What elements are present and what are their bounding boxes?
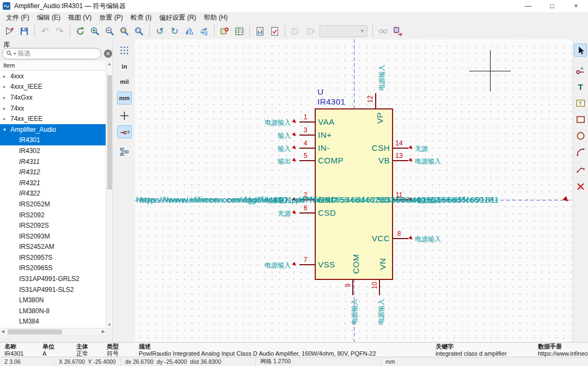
check-symbol-button[interactable]: [267, 24, 282, 38]
symbol-properties-button[interactable]: [217, 24, 232, 38]
collapse-icon[interactable]: ▾: [3, 127, 9, 132]
tree-item-IRS20965S[interactable]: IRS20965S: [0, 263, 106, 274]
scrollbar-thumb[interactable]: [8, 330, 62, 334]
rotate-cw-button[interactable]: ↻: [167, 24, 182, 38]
menu-item-0[interactable]: 文件 (F): [2, 12, 33, 23]
pin-line-3[interactable]: [299, 135, 315, 136]
scroll-up-icon[interactable]: ▲: [106, 62, 113, 66]
pin-name-VN[interactable]: VN: [378, 248, 387, 280]
tree-vertical-scrollbar[interactable]: ▲ ▼: [106, 61, 113, 328]
pin-tool-button[interactable]: A: [574, 64, 587, 77]
menu-item-6[interactable]: 帮助 (H): [200, 12, 231, 23]
menu-item-1[interactable]: 编辑 (E): [33, 12, 64, 23]
datasheet-button[interactable]: [253, 24, 267, 38]
scroll-left-icon[interactable]: ◀: [1, 329, 4, 334]
grid-button[interactable]: [117, 44, 132, 57]
menu-item-3[interactable]: 放置 (P): [95, 12, 126, 23]
pin-line-8[interactable]: [393, 238, 408, 239]
pin-name-COM[interactable]: COM: [351, 248, 360, 280]
pin-line-5[interactable]: [299, 160, 315, 161]
tree-item-IRS2452AM[interactable]: IRS2452AM: [0, 242, 106, 253]
sync-pin-edit-button[interactable]: [376, 24, 390, 38]
undo-button[interactable]: ↶: [38, 24, 52, 38]
expand-icon[interactable]: ▸: [3, 95, 9, 100]
zoom-out-button[interactable]: [102, 24, 117, 38]
expand-icon[interactable]: ▸: [3, 106, 9, 111]
schematic-canvas[interactable]: UIR43011VAA▶电源输入3IN+▶输入4IN-▶输入5COMP▶输出2G…: [135, 39, 573, 342]
save-button[interactable]: [17, 24, 32, 38]
pin-line-6[interactable]: [299, 212, 315, 213]
unit-mm-button[interactable]: mm: [117, 91, 132, 105]
zoom-selection-button[interactable]: [132, 24, 146, 38]
value-field[interactable]: IR4301: [317, 97, 345, 106]
search-options-arrow-icon[interactable]: ▾: [14, 51, 16, 56]
cursor-shape-button[interactable]: [117, 109, 132, 122]
refresh-button[interactable]: [73, 24, 88, 38]
tree-item-IRS2093M[interactable]: IRS2093M: [0, 231, 106, 242]
tree-item-74xx_IEEE[interactable]: ▸74xx_IEEE: [0, 113, 106, 124]
zoom-fit-button[interactable]: [117, 24, 132, 38]
menu-item-2[interactable]: 视图 (V): [64, 12, 95, 23]
select-tool-button[interactable]: [574, 44, 587, 57]
add-symbol-to-schematic-button[interactable]: [390, 24, 405, 38]
tree-item-IRS2092S[interactable]: IRS2092S: [0, 220, 106, 231]
tree-item-IR4302[interactable]: IR4302: [0, 145, 106, 156]
tree-item-IRS2052M[interactable]: IRS2052M: [0, 199, 106, 210]
new-symbol-button[interactable]: [2, 24, 17, 38]
pin-name-CSH[interactable]: CSH: [335, 143, 390, 152]
scroll-right-icon[interactable]: ▶: [102, 329, 105, 334]
pin-name-IN-[interactable]: IN-: [318, 143, 330, 152]
reference-field[interactable]: U: [317, 87, 323, 96]
tree-item-IR4321[interactable]: IR4321: [0, 178, 106, 188]
tree-item-IRS20957S[interactable]: IRS20957S: [0, 252, 106, 263]
tree-item-LM384[interactable]: LM384: [0, 316, 106, 327]
tree-item-4xxx[interactable]: ▸4xxx: [0, 71, 106, 82]
pin-name-VSS[interactable]: VSS: [318, 260, 335, 269]
pin-line-1[interactable]: [299, 121, 315, 123]
pin-type-button[interactable]: ?: [117, 125, 132, 138]
pin-table-button[interactable]: [232, 24, 247, 38]
minimize-button[interactable]: —: [516, 0, 540, 12]
tree-item-IR4322[interactable]: IR4322: [0, 188, 106, 199]
redo-button[interactable]: ↷: [52, 24, 67, 38]
pin-name-IN+[interactable]: IN+: [318, 130, 332, 139]
arc-tool-button[interactable]: [574, 145, 587, 158]
tree-item-LM380N[interactable]: LM380N: [0, 295, 106, 306]
tree-item-74xGxx[interactable]: ▸74xGxx: [0, 92, 106, 103]
tree-item-IR4311[interactable]: IR4311: [0, 156, 106, 167]
expand-icon[interactable]: ▸: [3, 116, 9, 121]
pin-name-CSD[interactable]: CSD: [318, 208, 336, 217]
unit-in-button[interactable]: in: [117, 60, 132, 73]
unit-selector-dropdown[interactable]: ▼: [320, 25, 367, 37]
filter-input[interactable]: ▾ 筛选: [2, 48, 101, 59]
expand-icon[interactable]: ▸: [3, 84, 9, 89]
expand-icon[interactable]: ▸: [3, 74, 9, 79]
tree-item-LM380N-8[interactable]: LM380N-8: [0, 306, 106, 316]
tree-item-74xx[interactable]: ▸74xx: [0, 103, 106, 114]
tree-item-4xxx_IEEE[interactable]: ▸4xxx_IEEE: [0, 82, 106, 93]
tree-item-Amplifier_Audio[interactable]: ▾Amplifier_Audio: [0, 124, 106, 135]
tree-item-IR4312[interactable]: IR4312: [0, 167, 106, 178]
menu-item-5[interactable]: 偏好设置 (R): [155, 12, 200, 23]
zoom-in-button[interactable]: [88, 24, 102, 38]
pin-line-14[interactable]: [393, 148, 408, 149]
rectangle-tool-button[interactable]: [574, 113, 587, 126]
textbox-tool-button[interactable]: T: [574, 96, 587, 109]
scroll-down-icon[interactable]: ▼: [106, 322, 113, 327]
tree-item-IRS2092[interactable]: IRS2092: [0, 210, 106, 221]
close-button[interactable]: ×: [564, 0, 588, 12]
tree-horizontal-scrollbar[interactable]: ◀ ▶: [0, 328, 106, 335]
demorgan-alternate-button[interactable]: [303, 24, 317, 38]
tree-item-IS31AP4991-SLS2[interactable]: IS31AP4991-SLS2: [0, 284, 106, 295]
mirror-horizontal-button[interactable]: [182, 24, 197, 38]
unit-mil-button[interactable]: mil: [117, 75, 132, 88]
symbol-tree-button[interactable]: [117, 145, 132, 158]
pin-line-7[interactable]: [299, 264, 315, 265]
text-tool-button[interactable]: T: [574, 80, 587, 93]
scrollbar-thumb[interactable]: [107, 75, 112, 190]
pin-name-VP[interactable]: VP: [375, 107, 384, 129]
delete-tool-button[interactable]: [574, 180, 587, 193]
pin-line-13[interactable]: [393, 160, 408, 161]
mirror-vertical-button[interactable]: [197, 24, 211, 38]
menu-item-4[interactable]: 检查 (I): [127, 12, 156, 23]
